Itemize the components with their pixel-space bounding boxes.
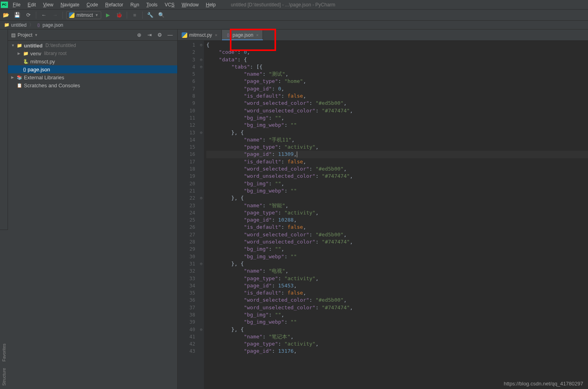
tree-item-external-libraries[interactable]: ▶📚External Libraries — [8, 73, 177, 81]
menu-edit[interactable]: Edit — [24, 1, 39, 9]
code-line[interactable]: "name": "手机11", — [206, 136, 588, 143]
code-line[interactable]: "word_unselected_color": "#747474", — [206, 238, 588, 246]
menu-navigate[interactable]: Navigate — [57, 1, 82, 9]
breadcrumb-item[interactable]: {} page.json — [35, 22, 65, 28]
run-config-selector[interactable]: mitmsct ▼ — [66, 11, 101, 19]
run-icon[interactable]: ▶ — [104, 11, 112, 20]
back-icon[interactable]: ← — [39, 11, 48, 20]
code-line[interactable]: "page_type": "activity", — [206, 209, 588, 216]
project-icon: ▤ — [11, 32, 16, 38]
code-line[interactable]: "name": "电视", — [206, 267, 588, 275]
folder-icon: 📁 — [23, 51, 29, 56]
tree-item-venv[interactable]: ▶📁venvlibrary root — [8, 49, 177, 57]
toolbar: 📂 💾 ⟳ ← → mitmsct ▼ ▶ 🐞 ■ 🔧 🔍 — [0, 10, 588, 21]
separator — [142, 12, 143, 19]
code-area[interactable]: 1234567891011121314151617181920212223242… — [178, 41, 588, 389]
tree-item-page-json[interactable]: {}page.json — [8, 65, 177, 73]
wrench-icon[interactable]: 🔧 — [146, 11, 155, 20]
code-line[interactable]: }, { — [206, 194, 588, 202]
code-line[interactable]: "word_unselected_color": "#747474", — [206, 107, 588, 114]
code-line[interactable]: "page_id": 11309, — [206, 151, 588, 158]
tab-page-json[interactable]: {}page.json× — [222, 30, 263, 40]
save-icon[interactable]: 💾 — [13, 11, 22, 20]
sync-icon[interactable]: ⟳ — [24, 11, 33, 20]
code-line[interactable]: "page_type": "home", — [206, 78, 588, 85]
menu-view[interactable]: View — [40, 1, 57, 9]
code-line[interactable]: "tabs": [{ — [206, 63, 588, 71]
tree-item-mitmsct-py[interactable]: 🐍mitmsct.py — [8, 57, 177, 65]
menu-window[interactable]: Window — [178, 1, 202, 9]
code-line[interactable]: "is_default": false, — [206, 289, 588, 297]
code-line[interactable]: "bg_img_webp": "" — [206, 253, 588, 260]
code-line[interactable]: "page_id": 15453, — [206, 282, 588, 289]
code-line[interactable]: "bg_img": "", — [206, 180, 588, 187]
collapse-icon[interactable]: ⇥ — [145, 31, 153, 39]
code-line[interactable]: "bg_img_webp": "" — [206, 318, 588, 326]
close-icon[interactable]: × — [256, 33, 259, 37]
code-line[interactable]: "name": "智能", — [206, 202, 588, 209]
code-line[interactable]: "word_unselected_color": "#747474", — [206, 304, 588, 311]
tab-mitmsct-py[interactable]: mitmsct.py× — [178, 30, 222, 40]
code-line[interactable]: "page_id": 13176, — [206, 348, 588, 355]
code-line[interactable]: "name": "笔记本", — [206, 333, 588, 340]
code-line[interactable]: "bg_img_webp": "" — [206, 122, 588, 129]
code-editor[interactable]: { "code": 0, "data": { "tabs": [{ "name"… — [204, 41, 588, 389]
code-line[interactable]: "page_type": "activity", — [206, 340, 588, 348]
stop-icon[interactable]: ■ — [130, 11, 139, 20]
code-line[interactable]: "page_id": 10288, — [206, 216, 588, 224]
code-line[interactable]: "code": 0, — [206, 49, 588, 56]
breadcrumbs: 📁 untitled 〉 {} page.json — [0, 21, 588, 29]
code-line[interactable]: "is_default": false, — [206, 224, 588, 231]
fold-gutter[interactable]: ⊖⊖⊖⊖⊖⊖⊖ — [198, 41, 204, 389]
code-line[interactable]: "word_selected_color": "#ed5b00", — [206, 100, 588, 107]
code-line[interactable]: { — [206, 41, 588, 49]
menu-code[interactable]: Code — [83, 1, 101, 9]
tree-item-untitled[interactable]: ▼📁untitledD:\test\untitled — [8, 41, 177, 49]
menu-help[interactable]: Help — [203, 1, 219, 9]
code-line[interactable]: "word_selected_color": "#ed5b00", — [206, 231, 588, 238]
code-line[interactable]: "word_selected_color": "#ed5b00", — [206, 297, 588, 304]
code-line[interactable]: "bg_img": "", — [206, 311, 588, 318]
separator — [127, 12, 127, 19]
debug-icon[interactable]: 🐞 — [115, 11, 123, 20]
project-tree[interactable]: ▼📁untitledD:\test\untitled▶📁venvlibrary … — [8, 41, 177, 389]
code-line[interactable]: "page_type": "activity", — [206, 143, 588, 151]
pycharm-logo-icon: PC — [1, 2, 8, 8]
code-line[interactable]: }, { — [206, 260, 588, 267]
sidebar-tab-structure[interactable]: Structure — [1, 365, 7, 389]
tree-item-scratches-and-consoles[interactable]: 📋Scratches and Consoles — [8, 81, 177, 89]
forward-icon[interactable]: → — [51, 11, 59, 20]
code-line[interactable]: }, { — [206, 326, 588, 333]
menu-file[interactable]: File — [10, 1, 24, 9]
code-line[interactable]: "bg_img": "", — [206, 246, 588, 253]
menu-tools[interactable]: Tools — [143, 1, 161, 9]
chevron-right-icon: 〉 — [29, 22, 34, 28]
menu-refactor[interactable]: Refactor — [102, 1, 126, 9]
tab-label: page.json — [233, 32, 253, 38]
python-icon — [182, 32, 187, 38]
code-line[interactable]: "word_selected_color": "#ed5b00", — [206, 165, 588, 173]
code-line[interactable]: "page_type": "activity", — [206, 275, 588, 282]
menu-run[interactable]: Run — [127, 1, 142, 9]
gear-icon[interactable]: ⚙ — [156, 31, 164, 39]
code-line[interactable]: "word_unselected_color": "#747474", — [206, 173, 588, 180]
code-line[interactable]: "page_id": 0, — [206, 85, 588, 92]
code-line[interactable]: "bg_img_webp": "" — [206, 187, 588, 194]
menu-vcs[interactable]: VCS — [161, 1, 178, 9]
close-icon[interactable]: × — [215, 33, 217, 37]
code-line[interactable]: "data": { — [206, 56, 588, 63]
open-icon[interactable]: 📂 — [2, 11, 10, 20]
breadcrumb-item[interactable]: 📁 untitled — [2, 22, 28, 28]
python-icon — [69, 12, 74, 18]
code-line[interactable]: "name": "测试", — [206, 71, 588, 78]
search-icon[interactable]: 🔍 — [157, 11, 166, 20]
code-line[interactable]: "is_default": false, — [206, 158, 588, 165]
chevron-down-icon[interactable]: ▼ — [34, 33, 38, 37]
code-line[interactable]: "is_default": false, — [206, 92, 588, 100]
locate-icon[interactable]: ⊕ — [135, 31, 143, 39]
code-line[interactable]: }, { — [206, 129, 588, 136]
sidebar-tab-favorites[interactable]: Favorites — [1, 340, 7, 365]
lib-icon: 📚 — [17, 75, 22, 80]
hide-icon[interactable]: — — [166, 31, 174, 39]
code-line[interactable]: "bg_img": "", — [206, 114, 588, 122]
